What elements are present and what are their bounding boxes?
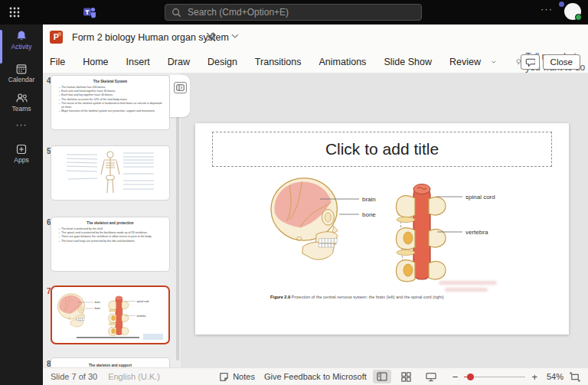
panel-collapse-tab [170,75,190,117]
title-placeholder[interactable]: Click to add title [212,132,552,167]
notification-dot [559,2,564,7]
search-input[interactable] [188,7,402,18]
close-button[interactable]: Close [543,54,580,70]
menu-insert[interactable]: Insert [126,57,150,67]
menu-design[interactable]: Design [207,57,237,67]
slide-7-editing-surface: Click to add title Figure 2.9 Protection… [195,123,569,334]
thumbnail-slide-4[interactable]: The Skeletal System ▪The human skeleton … [51,75,170,130]
zoom-slider-knob[interactable] [467,374,474,380]
menu-home[interactable]: Home [83,57,108,67]
thumbnail-caption-line [77,337,139,338]
status-bar: Slide 7 of 30 English (U.K.) Notes Give … [43,367,588,385]
thumbnail-scrollbar[interactable] [176,76,179,361]
ribbon-menu: File Home Insert Draw Design Transitions… [43,51,588,73]
normal-view-icon [377,372,387,381]
sidebar-item-teams[interactable]: Teams [0,92,43,113]
thumbnail-slide-5[interactable] [51,145,170,201]
thumbnail-slide-8[interactable]: The skeleton and support [51,357,170,367]
calendar-icon [15,63,28,75]
sidebar-more-icon[interactable]: ··· [0,119,43,130]
people-icon [15,92,28,104]
powerpoint-icon: P [50,31,63,44]
bell-icon [15,30,28,42]
slide-count-indicator: Slide 7 of 30 [51,372,97,381]
presenter-screen-icon [426,372,436,382]
figure-caption: Figure 2.9 Protection of the central ner… [270,295,531,299]
skeleton-diagram-thumbnail [51,146,169,200]
menu-draw[interactable]: Draw [168,57,190,67]
slide-sorter-view-button[interactable] [397,370,416,383]
faded-text-artifact [445,288,488,292]
chevron-down-icon[interactable] [231,34,239,38]
teams-powerpoint-window: ··· Activity Calendar [0,0,588,385]
waffle-menu-icon[interactable] [9,7,20,18]
thumbnail-highlight-box [143,334,163,340]
grid-view-icon [401,372,411,382]
collapse-panel-icon [176,84,185,91]
menu-transitions[interactable]: Transitions [255,57,302,67]
cns-figure[interactable] [263,177,538,284]
notes-toggle[interactable]: Notes [219,372,255,382]
menu-animations[interactable]: Animations [319,57,367,67]
apps-icon [15,143,28,155]
sidebar-item-calendar[interactable]: Calendar [0,63,43,83]
normal-view-button[interactable] [373,370,391,383]
thumbnail-slide-7-selected[interactable] [51,285,170,344]
editing-canvas: Click to add title Figure 2.9 Protection… [181,73,588,367]
teams-app-rail: Activity Calendar Teams ··· [0,24,43,385]
slideshow-view-button[interactable] [422,370,440,383]
thumbnail-slide-6[interactable]: The skeleton and protection ▪The brain i… [51,217,170,272]
sidebar-item-activity[interactable]: Activity [0,30,43,51]
zoom-out-button[interactable]: − [449,371,462,383]
teams-logo-icon[interactable] [83,5,96,19]
cns-diagram-thumbnail [54,293,166,337]
menu-slide-show[interactable]: Slide Show [384,57,432,67]
zoom-slider[interactable] [464,371,525,382]
fit-slide-to-window-button[interactable] [570,372,580,382]
language-indicator[interactable]: English (U.K.) [108,372,160,381]
document-header: P Form 2 biology Human organ system [43,24,588,51]
notes-icon [219,372,229,382]
slide-thumbnail-panel: 4 The Skeletal System ▪The human skeleto… [43,73,181,367]
fit-to-window-icon [570,372,580,382]
comment-icon [525,57,535,67]
collapse-panel-button[interactable] [174,82,187,93]
search-icon [172,8,181,18]
comments-button[interactable] [521,54,540,70]
feedback-link[interactable]: Give Feedback to Microsoft [264,372,367,381]
sidebar-item-apps[interactable]: Apps [0,143,43,164]
search-bar[interactable] [165,4,422,21]
zoom-in-button[interactable]: + [528,371,541,383]
presence-status-dot [575,14,582,21]
ribbon-chevron-down-icon[interactable] [492,60,496,64]
unpin-icon[interactable] [205,31,217,43]
faded-text-artifact [439,281,497,285]
zoom-level[interactable]: 54% [547,372,564,381]
teams-top-bar: ··· [0,0,588,24]
menu-file[interactable]: File [50,57,65,67]
more-options-icon[interactable]: ··· [541,3,553,15]
menu-review[interactable]: Review [449,57,481,67]
